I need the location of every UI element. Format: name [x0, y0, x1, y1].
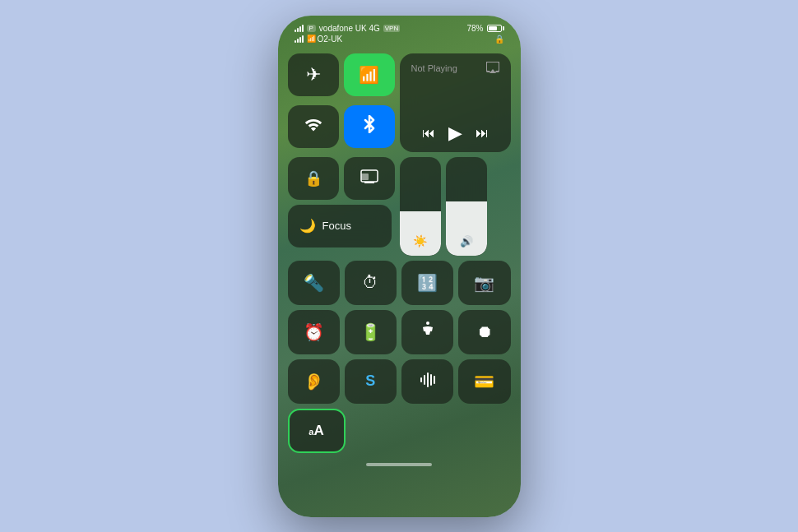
battery-icon [487, 25, 504, 32]
timer-icon: ⏱ [362, 273, 378, 292]
svg-point-3 [426, 322, 429, 325]
grid-row-3: 🔦 ⏱ 🔢 📷 [288, 261, 511, 305]
portrait-lock-button[interactable]: 🔒 [288, 157, 339, 200]
status-bar: P vodafone UK 4G VPN 78% [278, 16, 521, 49]
calculator-button[interactable]: 🔢 [401, 261, 453, 305]
big-a: A [313, 423, 323, 438]
grid-row-5: 👂 S 💳 [288, 359, 511, 404]
cellular-button[interactable]: 📶 [344, 53, 395, 96]
grid-row-6: aA [288, 409, 511, 453]
lock-mirror-row: 🔒 [288, 157, 395, 200]
row-2-left: 🔒 🌙 [288, 157, 395, 256]
home-bar [366, 463, 432, 466]
sliders-row: ☀️ 🔊 [400, 157, 511, 256]
cellular-icon: 📶 [359, 65, 379, 85]
wallet-button[interactable]: 💳 [458, 359, 510, 404]
hearing-icon: 👂 [304, 372, 324, 391]
now-playing-top: Not Playing [411, 62, 499, 76]
display-text-label: aA [309, 423, 323, 437]
home-indicator [278, 456, 521, 470]
prev-button[interactable]: ⏮ [422, 126, 435, 141]
battery-percent: 78% [466, 24, 483, 33]
wallet-icon: 💳 [474, 372, 494, 391]
media-controls: ⏮ ▶ ⏭ [411, 123, 499, 144]
flashlight-icon: 🔦 [304, 273, 324, 293]
alarm-icon: ⏰ [304, 322, 324, 342]
display-text-button[interactable]: aA [288, 409, 346, 453]
flashlight-button[interactable]: 🔦 [288, 261, 340, 305]
volume-icon: 🔊 [460, 235, 473, 247]
screen-record-button[interactable]: ⏺ [458, 310, 510, 354]
shazam-icon: S [365, 372, 375, 390]
next-button[interactable]: ⏭ [476, 126, 489, 141]
now-playing-widget[interactable]: Not Playing ⏮ ▶ ⏭ [400, 53, 511, 152]
record-icon: ⏺ [476, 322, 493, 341]
brightness-icon: ☀️ [413, 234, 427, 247]
not-playing-label: Not Playing [411, 63, 457, 73]
airplay-icon[interactable] [486, 62, 499, 76]
signal-bars-1 [295, 24, 304, 32]
camera-icon: 📷 [474, 273, 494, 293]
airplane-mode-button[interactable]: ✈ [288, 53, 339, 96]
status-right: 78% [466, 24, 503, 33]
accessibility-button[interactable] [401, 310, 453, 354]
sound-recognition-icon [419, 372, 437, 391]
svg-rect-1 [364, 182, 374, 183]
bluetooth-button[interactable] [344, 105, 395, 148]
moon-icon: 🌙 [299, 218, 316, 234]
alarm-button[interactable]: ⏰ [288, 310, 340, 354]
svg-rect-2 [361, 173, 369, 180]
airplane-icon: ✈ [306, 64, 321, 86]
battery-button-icon: 🔋 [360, 322, 381, 342]
portrait-lock-icon: 🔒 [304, 169, 322, 187]
wifi-button[interactable] [288, 105, 339, 148]
focus-label: Focus [322, 220, 351, 232]
wifi-icon [304, 116, 323, 136]
screen-mirror-icon [360, 169, 378, 187]
camera-button[interactable]: 📷 [458, 261, 510, 305]
battery-button[interactable]: 🔋 [345, 310, 397, 354]
p-badge: P [307, 25, 316, 32]
play-button[interactable]: ▶ [448, 123, 462, 144]
accessibility-icon [418, 320, 438, 344]
volume-slider[interactable]: 🔊 [446, 157, 487, 256]
status-left: P vodafone UK 4G VPN [295, 24, 401, 33]
grid-row-4: ⏰ 🔋 ⏺ [288, 310, 511, 354]
timer-button[interactable]: ⏱ [345, 261, 397, 305]
vpn-badge: VPN [383, 25, 400, 32]
signal-bars-2 [295, 35, 304, 43]
carrier2-label: O2-UK [318, 35, 343, 44]
screen-mirror-button[interactable] [344, 157, 395, 200]
row-1: ✈ 📶 [288, 53, 511, 152]
sound-recognition-button[interactable] [401, 359, 453, 404]
shazam-button[interactable]: S [345, 359, 397, 404]
hearing-button[interactable]: 👂 [288, 359, 340, 404]
calculator-icon: 🔢 [417, 273, 438, 293]
connectivity-grid: ✈ 📶 [288, 53, 395, 152]
control-center: ✈ 📶 [278, 49, 521, 456]
focus-button[interactable]: 🌙 Focus [288, 205, 392, 247]
row-2: 🔒 🌙 [288, 157, 511, 256]
carrier1-label: vodafone UK 4G [319, 24, 380, 33]
brightness-fill [400, 211, 441, 256]
brightness-slider[interactable]: ☀️ [400, 157, 441, 256]
phone-frame: P vodafone UK 4G VPN 78% [278, 16, 521, 517]
bluetooth-icon [363, 115, 376, 137]
